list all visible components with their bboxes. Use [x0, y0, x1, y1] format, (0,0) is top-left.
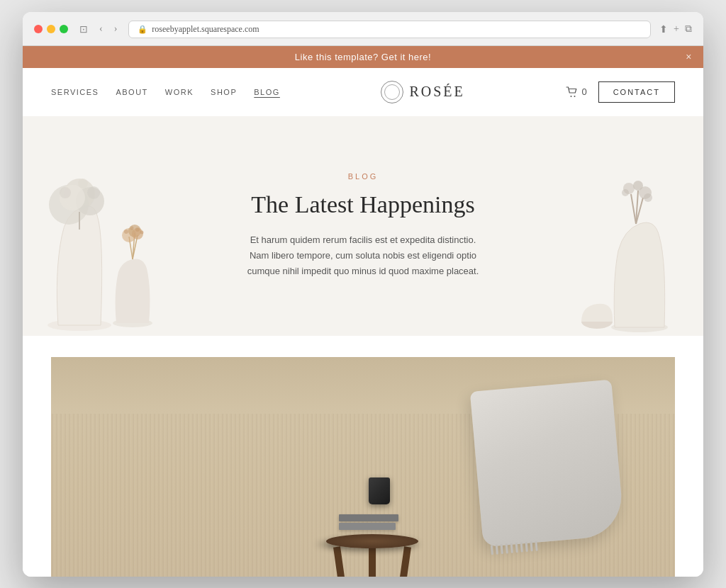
browser-window: ⊡ ‹ › 🔒 roseebyapplet.squarespace.com ⬆ … — [23, 12, 703, 577]
maximize-dot[interactable] — [60, 25, 68, 33]
vases-right-illustration — [562, 130, 703, 336]
svg-point-1 — [574, 96, 576, 97]
fringe-9 — [530, 541, 533, 551]
svg-point-20 — [135, 227, 140, 232]
fringe-2 — [496, 544, 498, 554]
svg-point-21 — [140, 230, 144, 234]
fringe-6 — [515, 543, 518, 553]
lock-icon: 🔒 — [138, 25, 147, 34]
browser-controls: ⊡ ‹ › — [77, 22, 120, 37]
svg-point-8 — [78, 179, 88, 188]
fringe-1 — [491, 545, 493, 555]
svg-point-7 — [60, 187, 71, 198]
back-icon[interactable]: ‹ — [96, 22, 106, 36]
section-spacer — [23, 336, 703, 357]
announcement-close-button[interactable]: × — [686, 51, 692, 62]
nav-link-about[interactable]: ABOUT — [116, 88, 147, 96]
site-logo[interactable]: ROSÉE — [381, 81, 464, 103]
announcement-bar: Like this template? Get it here! × — [23, 46, 703, 68]
cart-count: 0 — [581, 86, 586, 97]
svg-point-19 — [130, 226, 134, 230]
nav-link-services[interactable]: SERVICES — [51, 88, 99, 96]
book-1 — [339, 514, 398, 521]
stool-books — [339, 514, 398, 531]
nav-link-blog[interactable]: BLOG — [254, 88, 280, 96]
nav-right: 0 CONTACT — [566, 81, 675, 103]
room-scene — [51, 357, 675, 577]
nav-link-work[interactable]: WORK — [165, 88, 194, 96]
hero-content: BLOG The Latest Happenings Et harum quid… — [228, 144, 498, 307]
share-icon[interactable]: ⬆ — [659, 23, 668, 35]
svg-point-29 — [622, 189, 629, 196]
address-bar[interactable]: 🔒 roseebyapplet.squarespace.com — [128, 21, 651, 38]
navigation: SERVICES ABOUT WORK SHOP BLOG ROSÉE 0 — [23, 68, 703, 116]
svg-point-0 — [571, 96, 572, 97]
vases-left-illustration — [23, 130, 207, 336]
logo-text: ROSÉE — [409, 84, 464, 100]
fringe-5 — [510, 543, 513, 553]
blanket-decoration — [470, 379, 625, 547]
website-content: Like this template? Get it here! × SERVI… — [23, 46, 703, 577]
book-2 — [339, 523, 396, 530]
fringe-10 — [535, 541, 538, 550]
tabs-icon[interactable]: ⧉ — [685, 23, 692, 35]
fringe-8 — [525, 541, 528, 551]
hero-description: Et harum quidem rerum facilis est et exp… — [242, 232, 484, 279]
svg-line-23 — [631, 194, 636, 224]
browser-chrome: ⊡ ‹ › 🔒 roseebyapplet.squarespace.com ⬆ … — [23, 12, 703, 46]
stool-cup — [369, 477, 390, 504]
blog-image-section — [51, 357, 675, 577]
close-dot[interactable] — [34, 25, 43, 33]
contact-button[interactable]: CONTACT — [598, 81, 675, 103]
nav-links-left: SERVICES ABOUT WORK SHOP BLOG — [51, 88, 280, 96]
stool-leg-center — [369, 547, 376, 577]
hero-label: BLOG — [242, 172, 484, 181]
stool-decoration — [326, 534, 418, 548]
nav-link-shop[interactable]: SHOP — [211, 88, 237, 96]
cart-icon[interactable]: 0 — [566, 86, 586, 98]
fringe-7 — [520, 542, 523, 552]
hero-title: The Latest Happenings — [242, 191, 484, 220]
svg-point-18 — [124, 230, 128, 234]
forward-icon[interactable]: › — [111, 22, 121, 36]
logo-circle-icon — [381, 81, 403, 103]
announcement-text: Like this template? Get it here! — [295, 52, 431, 62]
svg-point-30 — [644, 193, 652, 202]
cart-svg — [566, 86, 579, 98]
browser-dots — [34, 25, 68, 33]
new-tab-icon[interactable]: + — [674, 23, 679, 35]
browser-actions: ⬆ + ⧉ — [659, 23, 692, 35]
fringe-4 — [506, 543, 508, 553]
minimize-dot[interactable] — [47, 25, 55, 33]
fringe-3 — [501, 543, 503, 553]
svg-point-9 — [87, 186, 100, 199]
hero-section: BLOG The Latest Happenings Et harum quid… — [23, 116, 703, 336]
sidebar-toggle-icon[interactable]: ⊡ — [77, 22, 91, 37]
stool-top — [326, 534, 418, 548]
url-text: roseebyapplet.squarespace.com — [152, 24, 259, 35]
